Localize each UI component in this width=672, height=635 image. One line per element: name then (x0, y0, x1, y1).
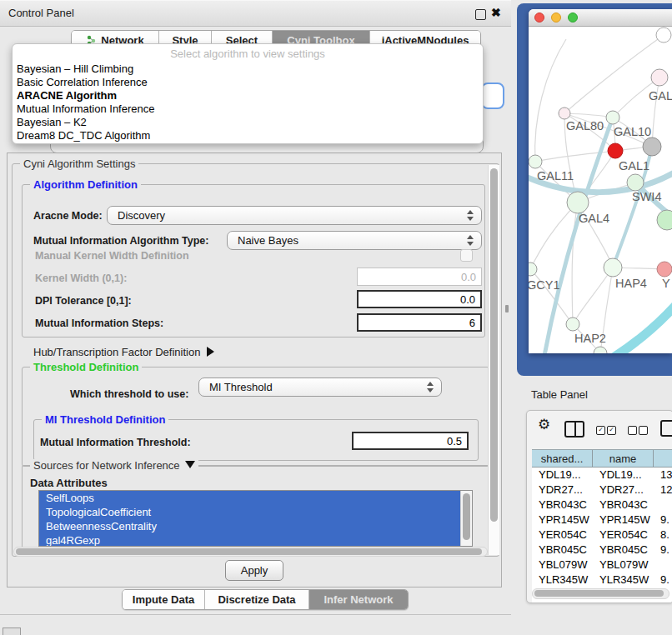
algorithm-definition-title: Algorithm Definition (30, 178, 141, 191)
focused-combo-edge (481, 82, 504, 109)
network-node[interactable] (604, 258, 622, 277)
dpi-tolerance-field[interactable]: 0.0 (357, 290, 482, 308)
column-header[interactable]: A (654, 450, 672, 467)
network-node[interactable] (529, 262, 537, 276)
table-row[interactable]: YBR045CYBR045C9. (532, 542, 672, 558)
checked-checkbox-icon[interactable]: ✓ (596, 426, 605, 435)
column-header[interactable]: name (593, 450, 654, 467)
node-label: GAL11 (537, 169, 574, 182)
export-table-icon[interactable] (660, 420, 672, 437)
algorithm-popup-placeholder: Select algorithm to view settings (13, 48, 483, 62)
attribute-item[interactable]: SelfLoops (39, 491, 472, 505)
network-node[interactable] (566, 318, 579, 331)
network-node[interactable] (627, 174, 644, 191)
attribute-item[interactable]: TopologicalCoefficient (39, 505, 472, 519)
table-cell: YBL079W (593, 558, 654, 572)
node-label: GAL4 (579, 212, 609, 225)
algorithm-item[interactable]: Bayesian – Hill Climbing (13, 62, 483, 76)
hub-section-toggle[interactable]: Hub/Transcription Factor Definition (33, 346, 214, 358)
mi-type-combo[interactable]: Naive Bayes (227, 231, 482, 250)
close-icon[interactable]: ✖ (491, 6, 501, 19)
node-label: GAL10 (614, 125, 651, 138)
network-node[interactable] (651, 69, 668, 86)
gear-icon[interactable]: ⚙ (538, 416, 550, 433)
table-cell: YBR043C (593, 498, 654, 512)
sources-group-title[interactable]: Sources for Network Inference (30, 459, 198, 472)
network-node[interactable] (643, 138, 661, 156)
float-window-icon[interactable] (475, 9, 486, 20)
algorithm-item[interactable]: Bayesian – K2 (13, 116, 483, 129)
table-cell: YPR145W (532, 512, 593, 528)
mi-steps-field[interactable]: 6 (357, 313, 482, 332)
zoom-traffic-light-icon[interactable] (568, 12, 578, 22)
table-horizontal-scrollbar[interactable] (532, 588, 669, 599)
network-node[interactable] (567, 192, 589, 213)
attribute-list-scrollbar[interactable] (460, 491, 472, 546)
which-threshold-combo[interactable]: MI Threshold (198, 378, 442, 397)
close-traffic-light-icon[interactable] (534, 12, 544, 22)
algorithm-item[interactable]: Dream8 DC_TDC Algorithm (13, 129, 483, 142)
network-edge[interactable] (573, 268, 613, 324)
node-label: GAL1 (619, 159, 649, 172)
settings-horizontal-scrollbar[interactable] (13, 547, 488, 557)
table-row[interactable]: YPR145WYPR145W9. (532, 512, 672, 528)
columns-icon[interactable] (564, 421, 584, 438)
minimize-traffic-light-icon[interactable] (551, 12, 561, 22)
data-attributes-label: Data Attributes (30, 477, 108, 489)
network-edge[interactable] (535, 39, 566, 162)
table-row[interactable]: YBL079WYBL079W (532, 558, 672, 572)
attribute-item[interactable]: gal4RGexp (39, 533, 472, 547)
cyni-settings-title: Cyni Algorithm Settings (20, 158, 138, 170)
threshold-definition-title: Threshold Definition (30, 361, 142, 373)
table-cell: 12 (654, 482, 672, 498)
aracne-mode-combo[interactable]: Discovery (107, 206, 482, 225)
column-header[interactable]: shared... (532, 450, 593, 467)
unchecked-checkbox-icon[interactable] (628, 426, 637, 435)
network-node[interactable] (606, 111, 619, 124)
network-edge[interactable] (652, 78, 659, 147)
network-edge-highlighted[interactable] (574, 300, 672, 353)
manual-kernel-checkbox[interactable] (460, 249, 473, 262)
table-row[interactable]: YDL19...YDL19...13 (532, 468, 672, 482)
mi-threshold-field[interactable]: 0.5 (352, 432, 469, 450)
checked-checkbox-icon[interactable]: ✓ (607, 426, 616, 435)
table-cell: 9. (654, 512, 672, 528)
window-titlebar[interactable] (529, 9, 672, 27)
algorithm-item-selected[interactable]: ARACNE Algorithm (13, 89, 483, 102)
table-panel-title: Table Panel (531, 388, 588, 401)
unchecked-checkbox-icon[interactable] (639, 426, 648, 435)
algorithm-item[interactable]: Basic Correlation Inference (13, 76, 483, 89)
network-node[interactable] (656, 28, 671, 42)
kernel-width-field[interactable]: 0.0 (357, 268, 482, 286)
apply-button[interactable]: Apply (225, 560, 283, 581)
network-node[interactable] (608, 143, 623, 158)
panel-splitter-handle[interactable] (505, 305, 509, 312)
control-panel: Control Panel ✖ Network Style Select (0, 0, 511, 615)
attribute-item[interactable]: BetweennessCentrality (39, 519, 472, 533)
network-node[interactable] (657, 262, 672, 277)
expanded-arrow-icon (185, 461, 195, 468)
table-row[interactable]: YDR27...YDR27...12 (532, 482, 672, 498)
tab-impute-data[interactable]: Impute Data (123, 590, 205, 609)
algorithm-item[interactable]: Mutual Information Inference (13, 102, 483, 116)
table-header-row: shared... name A (532, 449, 672, 468)
which-threshold-label: Which threshold to use: (70, 388, 188, 400)
network-edge[interactable] (530, 202, 578, 269)
table-cell: YBL079W (532, 558, 593, 572)
tab-discretize-data[interactable]: Discretize Data (205, 590, 309, 609)
kernel-width-label: Kernel Width (0,1): (35, 272, 127, 284)
network-edge[interactable] (535, 151, 615, 162)
table-row[interactable]: YBR043CYBR043C (532, 498, 672, 512)
table-cell (654, 498, 672, 512)
tab-infer-network[interactable]: Infer Network (309, 590, 408, 609)
network-canvas[interactable]: GALGAL80GAL10GAL1GAL11SWI4GAL4GCY1HAP4YH… (529, 27, 672, 353)
network-edge-highlighted[interactable] (544, 118, 613, 353)
network-node[interactable] (529, 155, 542, 168)
network-node[interactable] (559, 108, 570, 119)
minimized-panel-icon[interactable] (3, 628, 21, 635)
data-attributes-list[interactable]: SelfLoops TopologicalCoefficient Between… (38, 490, 473, 547)
settings-vertical-scrollbar[interactable] (488, 165, 499, 555)
table-row[interactable]: YLR345WYLR345W9. (532, 572, 672, 588)
network-node[interactable] (657, 210, 672, 230)
table-row[interactable]: YER054CYER054C8. (532, 528, 672, 542)
